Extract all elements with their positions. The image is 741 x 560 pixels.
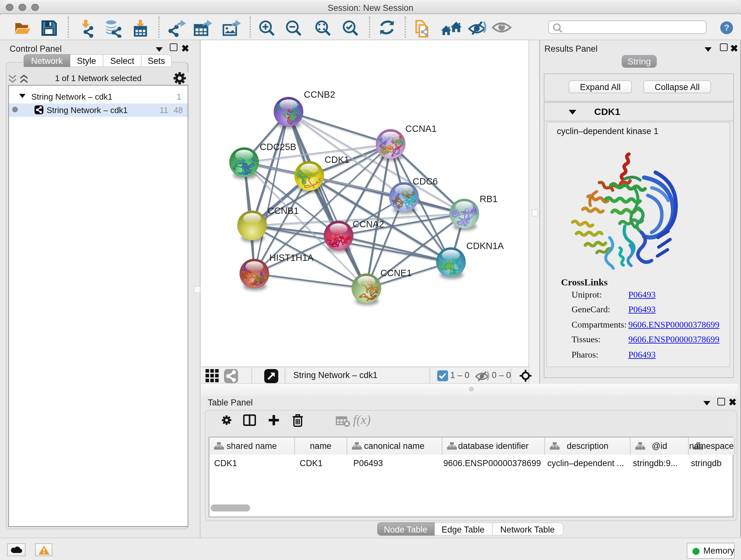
svg-text:CDKN1A: CDKN1A [466, 240, 503, 251]
svg-text:RB1: RB1 [479, 193, 497, 204]
svg-text:CDC6: CDC6 [412, 176, 437, 186]
svg-text:HIST1H1A: HIST1H1A [269, 252, 313, 262]
svg-text:CDC25B: CDC25B [259, 141, 296, 152]
svg-text:CCNB2: CCNB2 [304, 89, 335, 99]
svg-text:CCNA2: CCNA2 [352, 219, 384, 229]
svg-text:CCNA1: CCNA1 [405, 123, 436, 133]
svg-text:CCNB1: CCNB1 [267, 205, 298, 215]
svg-text:CCNE1: CCNE1 [380, 267, 411, 278]
svg-text:?: ? [724, 22, 729, 32]
svg-text:CDK1: CDK1 [324, 154, 349, 165]
